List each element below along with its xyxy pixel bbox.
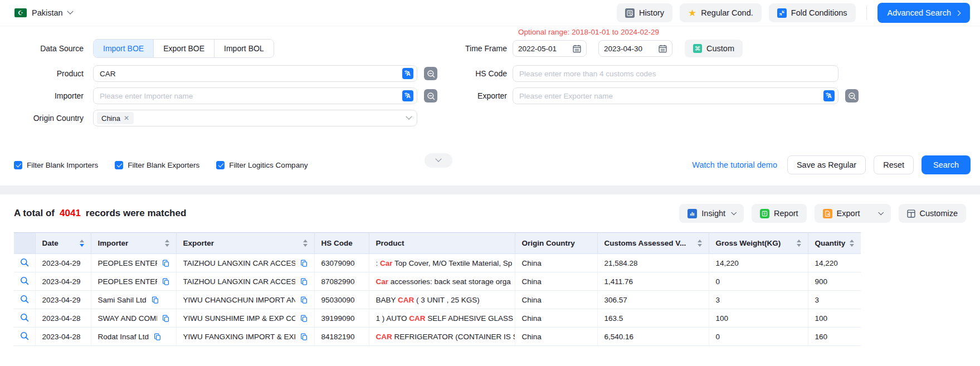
fold-conditions-icon (777, 8, 787, 18)
column-header-importer[interactable]: Importer (91, 233, 176, 254)
copy-icon[interactable] (300, 278, 308, 285)
column-label: HS Code (321, 239, 353, 247)
column-header-date[interactable]: Date (35, 233, 91, 254)
exporter-input[interactable] (513, 88, 838, 104)
copy-icon[interactable] (300, 315, 308, 322)
fuzzy-match-icon[interactable] (424, 67, 437, 80)
date-end-input[interactable] (604, 45, 650, 53)
date-start-field[interactable] (513, 40, 587, 57)
fold-conditions-button[interactable]: Fold Conditions (769, 3, 856, 22)
cell-origin: China (515, 309, 597, 328)
pakistan-flag-icon: ☪ (14, 8, 27, 17)
translate-icon[interactable]: A (823, 90, 835, 101)
remove-tag-icon[interactable]: ✕ (124, 114, 129, 122)
copy-icon[interactable] (154, 333, 161, 340)
translate-icon[interactable]: A (402, 68, 413, 79)
copy-icon[interactable] (300, 260, 308, 267)
copy-icon[interactable] (300, 296, 308, 304)
sort-icon[interactable] (845, 240, 854, 247)
sort-icon[interactable] (299, 240, 308, 247)
country-tag: China ✕ (97, 112, 134, 124)
advanced-search-button[interactable]: Advanced Search (877, 3, 970, 23)
row-search-icon[interactable] (20, 276, 29, 285)
cell-qty: 900 (808, 272, 861, 291)
sort-icon[interactable] (792, 240, 801, 247)
filter-blank-exporters-checkbox[interactable]: Filter Blank Exporters (115, 161, 199, 169)
cell-tools[interactable] (14, 291, 35, 309)
row-search-icon[interactable] (20, 258, 29, 267)
country-selector[interactable]: ☪ Pakistan (14, 8, 72, 17)
cell-tools[interactable] (14, 328, 35, 346)
column-header-gross[interactable]: Gross Weight(KG) (709, 233, 808, 254)
cell-tools[interactable] (14, 254, 35, 272)
summary-count: 4041 (60, 208, 81, 219)
divider (866, 6, 867, 20)
cell-customs: 163.5 (597, 309, 709, 328)
column-header-qty[interactable]: Quantity (808, 233, 861, 254)
regular-cond-button[interactable]: ★ Regular Cond. (680, 3, 762, 22)
date-start-input[interactable] (518, 45, 564, 53)
tab-export-boe[interactable]: Export BOE (154, 40, 214, 57)
origin-country-select[interactable]: China ✕ (93, 110, 417, 126)
star-icon: ★ (688, 8, 696, 18)
column-header-exporter[interactable]: Exporter (176, 233, 314, 254)
column-header-tools (14, 233, 35, 254)
svg-text:A: A (406, 71, 410, 77)
tab-label: Import BOE (103, 44, 144, 53)
report-button[interactable]: Report (752, 204, 807, 223)
tab-import-bol[interactable]: Import BOL (214, 40, 274, 57)
insight-button[interactable]: Insight (679, 204, 744, 223)
history-button[interactable]: History (617, 3, 672, 22)
save-as-regular-button[interactable]: Save as Regular (787, 155, 866, 174)
customize-button[interactable]: Customize (899, 204, 967, 223)
search-button[interactable]: Search (922, 155, 971, 174)
exporter-name: YIWU CHANGCHUN IMPORT AND (183, 296, 295, 304)
collapse-conditions-button[interactable] (425, 153, 452, 168)
product-keyword-highlight: Car (376, 277, 389, 286)
export-button[interactable]: Export (815, 204, 891, 223)
filter-blank-importers-checkbox[interactable]: Filter Blank Importers (14, 161, 98, 169)
importer-name: PEOPLES ENTERPR (98, 259, 157, 267)
copy-icon[interactable] (162, 260, 169, 267)
section-divider (0, 186, 980, 194)
copy-icon[interactable] (162, 315, 169, 322)
importer-name: Rodat Insaf Ltd (98, 333, 149, 341)
custom-range-button[interactable]: ⌘ Custom (685, 40, 743, 57)
date-end-field[interactable] (598, 40, 672, 57)
row-search-icon[interactable] (20, 295, 29, 304)
sort-icon[interactable] (693, 240, 702, 247)
cell-importer: SWAY AND COMPA (91, 309, 176, 328)
translate-icon[interactable]: A (402, 90, 413, 101)
product-text: Top Cover, M/O Textile Material, Sp (393, 259, 513, 267)
product-text: accessories: back seat storage orga (388, 277, 511, 286)
reset-button[interactable]: Reset (874, 155, 914, 174)
column-label: Quantity (815, 239, 846, 247)
sort-icon[interactable] (75, 240, 84, 247)
tab-import-boe[interactable]: Import BOE (94, 40, 154, 57)
cell-hs: 39199090 (314, 309, 369, 328)
filter-logitics-company-checkbox[interactable]: Filter Logitics Company (216, 161, 308, 169)
summary-prefix: A total of (14, 208, 55, 219)
column-header-customs[interactable]: Customs Assessed V... (597, 233, 709, 254)
customize-label: Customize (920, 209, 958, 218)
importer-input[interactable] (94, 88, 417, 104)
fuzzy-match-icon[interactable] (845, 89, 859, 103)
topbar-actions: History ★ Regular Cond. Fold Conditions … (617, 3, 970, 23)
topbar: ☪ Pakistan History ★ Regular Cond. Fold … (0, 0, 980, 26)
row-search-icon[interactable] (20, 313, 29, 322)
cell-tools[interactable] (14, 272, 35, 291)
tutorial-link[interactable]: Watch the tutorial demo (692, 160, 777, 169)
product-input[interactable] (94, 66, 417, 81)
copy-icon[interactable] (162, 278, 169, 285)
sort-icon[interactable] (160, 240, 169, 247)
copy-icon[interactable] (152, 296, 159, 304)
fuzzy-match-icon[interactable] (424, 89, 437, 103)
search-panel: Optional range: 2018-01-01 to 2024-02-29… (0, 26, 980, 186)
cell-tools[interactable] (14, 309, 35, 328)
cell-product: : Car Top Cover, M/O Textile Material, S… (369, 254, 515, 272)
column-label: Customs Assessed V... (604, 239, 686, 247)
custom-icon: ⌘ (693, 44, 702, 53)
hs-code-input[interactable] (513, 66, 838, 81)
copy-icon[interactable] (300, 333, 308, 340)
row-search-icon[interactable] (20, 331, 29, 340)
